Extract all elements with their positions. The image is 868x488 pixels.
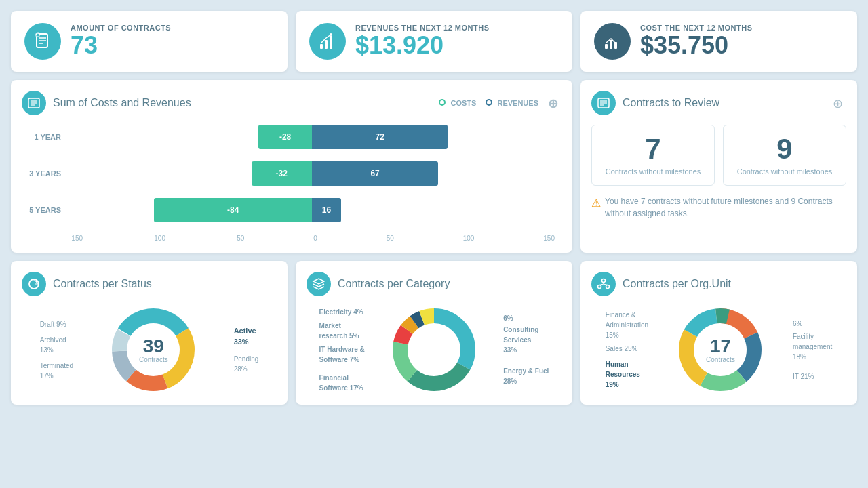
org-finance-2: Administration xyxy=(606,321,648,329)
review-title: Contracts to Review xyxy=(623,97,826,109)
bar-chart-card: Sum of Costs and Revenues COSTS REVENUES… xyxy=(11,80,572,253)
warning-text: You have 7 contracts without future mile… xyxy=(605,195,846,220)
bar-row-1year: 1 YEAR -28 72 xyxy=(28,125,555,149)
category-title: Contracts per Category xyxy=(338,278,561,290)
orgunit-donut-layout: Finance & Administration 15% Sales 25% H… xyxy=(591,306,846,394)
bar-row-3years: 3 YEARS -32 67 xyxy=(28,161,555,186)
org-6pct: 6% xyxy=(793,320,832,327)
review-target-icon[interactable]: ⊕ xyxy=(833,96,846,110)
org-finance: Finance & xyxy=(606,311,648,319)
bar-neg-1year: -28 xyxy=(258,125,312,149)
bar-label-3years: 3 YEARS xyxy=(28,169,69,178)
org-icon xyxy=(597,277,610,291)
category-header-icon xyxy=(307,272,331,296)
org-sales: Sales 25% xyxy=(606,345,648,352)
category-donut-layout: Electricity 4% Market research 5% IT Har… xyxy=(307,306,561,394)
legend-terminated-pct: 17% xyxy=(40,372,73,380)
contracts-kpi-text: AMOUNT OF CONTRACTS 73 xyxy=(71,24,171,59)
cat-financial-2: Software 17% xyxy=(319,384,365,392)
review-header-icon xyxy=(591,91,616,115)
review-num-1: 7 xyxy=(599,135,707,163)
orgunit-donut: 17 Contracts xyxy=(676,306,764,394)
status-right-legend: Active 33% Pending 28% xyxy=(234,327,259,373)
legend-terminated: Terminated xyxy=(40,362,73,369)
cat-market-2: research 5% xyxy=(319,332,365,340)
bar-label-1year: 1 YEAR xyxy=(28,133,69,141)
cat-consulting-3: 33% xyxy=(503,346,549,354)
bar-neg-3years: -32 xyxy=(252,161,313,186)
revenues-icon-bg xyxy=(309,23,346,60)
bar-chart-title: Sum of Costs and Revenues xyxy=(53,97,432,109)
bar-neg-5years: -84 xyxy=(154,198,312,222)
svg-rect-5 xyxy=(320,44,323,49)
org-hr-2: Resources xyxy=(606,371,648,378)
orgunit-card: Contracts per Org.Unit Finance & Adminis… xyxy=(580,261,857,405)
cat-energy: Energy & Fuel xyxy=(503,367,549,375)
legend-pending-pct: 28% xyxy=(234,365,259,373)
bar-pos-5years: 16 xyxy=(312,198,341,222)
svg-rect-6 xyxy=(325,40,328,49)
contracts-icon-bg xyxy=(24,23,61,60)
dashboard: AMOUNT OF CONTRACTS 73 REVENUES THE NEXT… xyxy=(11,11,857,405)
org-facility: Facility xyxy=(793,333,832,340)
cat-it-2: Software 7% xyxy=(319,356,365,363)
refresh-icon xyxy=(27,277,41,291)
kpi-contracts: AMOUNT OF CONTRACTS 73 xyxy=(11,11,288,72)
category-card: Contracts per Category Electricity 4% Ma… xyxy=(296,261,572,405)
costs-value: $35.750 xyxy=(640,32,753,59)
bar-row-5years: 5 YEARS -84 16 xyxy=(28,198,555,222)
cat-market: Market xyxy=(319,322,365,329)
svg-line-38 xyxy=(599,284,604,285)
kpi-revenues: REVENUES THE NEXT 12 MONTHS $13.920 xyxy=(296,11,572,72)
target-icon[interactable]: ⊕ xyxy=(548,96,561,110)
revenues-dot xyxy=(486,99,492,106)
review-card: Contracts to Review ⊕ 7 Contracts withou… xyxy=(580,80,857,253)
status-total: 39 xyxy=(139,337,168,356)
contracts-value: 73 xyxy=(71,32,171,59)
svg-point-12 xyxy=(614,42,617,45)
cat-consulting-2: Services xyxy=(503,336,549,344)
status-donut-center: 39 Contracts xyxy=(139,337,168,363)
status-card: Contracts per Status Draft 9% Archived 1… xyxy=(11,261,288,405)
orgunit-title: Contracts per Org.Unit xyxy=(623,278,846,290)
cat-energy-2: 28% xyxy=(503,378,549,385)
org-facility-2: management xyxy=(793,343,832,350)
orgunit-header: Contracts per Org.Unit xyxy=(591,272,846,296)
costs-kpi-text: COST THE NEXT 12 MONTHS $35.750 xyxy=(640,24,753,59)
status-total-label: Contracts xyxy=(139,356,168,363)
legend-active: Active xyxy=(234,327,259,335)
review-header: Contracts to Review ⊕ xyxy=(591,91,846,115)
chart-grid-1year: -28 72 xyxy=(69,125,555,149)
orgunit-header-icon xyxy=(591,272,616,296)
org-hr-3: 19% xyxy=(606,381,648,388)
svg-point-34 xyxy=(602,279,606,283)
category-donut xyxy=(390,306,478,394)
svg-point-36 xyxy=(606,285,610,289)
legend-draft: Draft 9% xyxy=(40,321,73,328)
layers-icon xyxy=(312,277,326,291)
orgunit-right-legend: 6% Facility management 18% IT 21% xyxy=(793,320,832,380)
review-label-1: Contracts without milestones xyxy=(599,167,707,176)
svg-line-39 xyxy=(604,284,608,285)
chart-grid-3years: -32 67 xyxy=(69,161,555,186)
review-warning: ⚠ You have 7 contracts without future mi… xyxy=(591,195,846,220)
status-header-icon xyxy=(22,272,46,296)
category-right-legend: 6% Consulting Services 33% Energy & Fuel… xyxy=(503,314,549,385)
cat-electricity: Electricity 4% xyxy=(319,308,365,316)
legend-archived-pct: 13% xyxy=(40,346,73,354)
legend-active-pct: 33% xyxy=(234,338,259,346)
chart-up-icon xyxy=(318,32,337,51)
legend-revenues: REVENUES xyxy=(486,99,538,107)
svg-rect-7 xyxy=(330,36,332,49)
org-it: IT 21% xyxy=(793,373,832,380)
cat-consulting: Consulting xyxy=(503,326,549,333)
svg-point-8 xyxy=(330,33,332,36)
svg-rect-9 xyxy=(605,44,608,49)
chart-down-icon xyxy=(603,32,622,51)
review-box-2: 9 Contracts without milestones xyxy=(723,125,846,186)
bar-chart-legend: COSTS REVENUES ⊕ xyxy=(439,96,561,110)
status-left-legend: Draft 9% Archived 13% Terminated 17% xyxy=(40,321,73,380)
legend-pending: Pending xyxy=(234,355,259,363)
category-donut-svg xyxy=(390,306,478,394)
orgunit-donut-center: 17 Contracts xyxy=(706,337,735,363)
